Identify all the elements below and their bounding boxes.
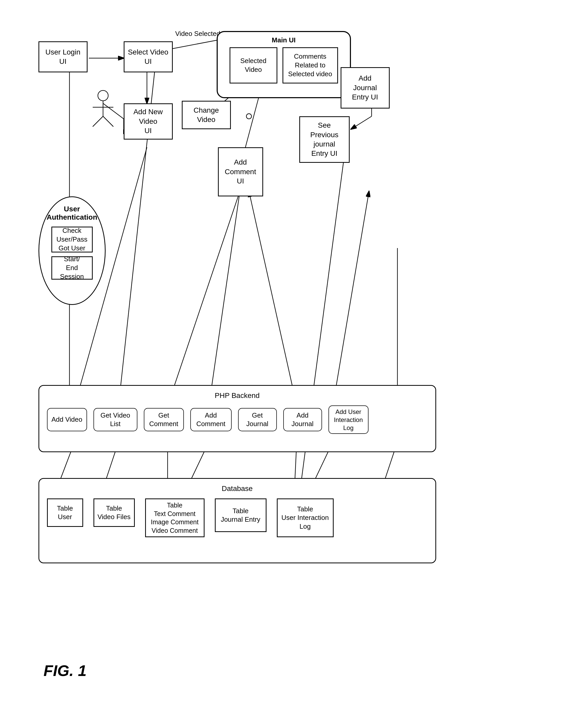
- video-selected-text: Video Selected: [175, 30, 220, 38]
- svg-line-5: [103, 103, 124, 119]
- main-ui-title: Main UI: [222, 36, 346, 45]
- see-previous-journal-ui: See Previous journal Entry UI: [299, 116, 350, 163]
- table-journal-entry-box: Table Journal Entry: [215, 499, 267, 532]
- comments-related-label: Comments Related to Selected video: [288, 52, 332, 78]
- svg-line-20: [168, 191, 240, 406]
- start-end-session-label: Start/ End Session: [60, 255, 84, 281]
- user-login-ui: User Login UI: [39, 41, 87, 72]
- get-video-list-box: Get Video List: [93, 408, 138, 431]
- get-comment-box: Get Comment: [144, 408, 184, 431]
- table-video-files-box: Table Video Files: [93, 499, 135, 527]
- table-comment-box: Table Text Comment Image Comment Video C…: [145, 499, 205, 537]
- change-video-label: Change Video: [193, 106, 219, 124]
- svg-line-22: [249, 191, 297, 406]
- get-journal-label: Get Journal: [241, 411, 274, 429]
- add-comment-ui: Add Comment UI: [218, 147, 263, 196]
- select-video-label: Select Video UI: [128, 47, 168, 66]
- selected-video-box: Selected Video: [230, 47, 277, 83]
- add-journal-entry-ui: Add Journal Entry UI: [341, 67, 390, 108]
- table-user-interaction-box: Table User Interaction Log: [277, 499, 334, 537]
- add-comment-box: Add Comment: [190, 408, 232, 431]
- check-user-label: Check User/Pass Got User: [57, 226, 87, 253]
- see-previous-journal-label: See Previous journal Entry UI: [310, 121, 339, 158]
- database: Database Table User Table Video Files Ta…: [39, 478, 436, 563]
- get-comment-label: Get Comment: [146, 411, 181, 429]
- change-video: Change Video: [182, 101, 231, 129]
- user-login-label: User Login UI: [45, 47, 80, 66]
- add-new-video-ui: Add New Video UI: [124, 103, 173, 140]
- selected-video-label: Selected Video: [240, 57, 266, 74]
- table-user-label: Table User: [57, 504, 73, 522]
- database-label: Database: [47, 484, 428, 493]
- get-journal-box: Get Journal: [238, 408, 277, 431]
- select-video-ui: Select Video UI: [124, 41, 173, 72]
- figure-label: FIG. 1: [44, 662, 87, 680]
- table-comment-label: Table Text Comment Image Comment Video C…: [151, 501, 198, 535]
- comments-related-box: Comments Related to Selected video: [282, 47, 338, 83]
- add-user-interaction-label: Add User Interaction Log: [334, 408, 363, 432]
- user-auth-title: User Authentication: [47, 205, 97, 221]
- svg-point-17: [246, 114, 252, 119]
- svg-line-3: [170, 39, 225, 49]
- add-journal-entry-label: Add Journal Entry UI: [352, 74, 378, 102]
- get-video-list-label: Get Video List: [96, 411, 135, 429]
- php-backend-label: PHP Backend: [47, 391, 428, 400]
- add-journal-label: Add Journal: [286, 411, 319, 429]
- svg-line-10: [93, 116, 103, 127]
- table-user-interaction-label: Table User Interaction Log: [281, 505, 329, 531]
- add-video-label: Add Video: [51, 415, 82, 424]
- add-journal-box: Add Journal: [283, 408, 322, 431]
- diagram-container: User Login UI Select Video UI Video Sele…: [23, 16, 565, 687]
- table-video-files-label: Table Video Files: [97, 504, 130, 522]
- svg-line-19: [351, 116, 372, 129]
- php-backend: PHP Backend Add Video Get Video List Get…: [39, 385, 436, 452]
- add-user-interaction-box: Add User Interaction Log: [329, 405, 369, 434]
- start-end-session-box: Start/ End Session: [51, 256, 93, 280]
- add-new-video-label: Add New Video UI: [133, 107, 163, 135]
- check-user-box: Check User/Pass Got User: [51, 227, 93, 253]
- svg-line-23: [333, 191, 369, 406]
- video-selected-label: Video Selected: [175, 30, 220, 38]
- add-video-box: Add Video: [47, 408, 87, 431]
- user-authentication: User Authentication Check User/Pass Got …: [39, 196, 106, 305]
- table-journal-entry-label: Table Journal Entry: [221, 507, 260, 524]
- add-comment-label: Add Comment: [193, 411, 229, 429]
- svg-line-11: [103, 116, 113, 127]
- add-comment-ui-label: Add Comment UI: [225, 158, 256, 186]
- svg-point-7: [98, 91, 108, 101]
- main-ui: Main UI Selected Video Comments Related …: [217, 31, 351, 98]
- svg-line-21: [209, 191, 240, 406]
- table-user-box: Table User: [47, 499, 83, 527]
